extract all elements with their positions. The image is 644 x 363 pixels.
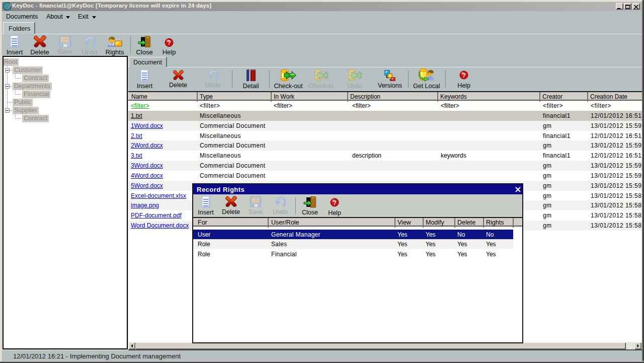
svg-text:?: ? (167, 39, 171, 46)
svg-text:?: ? (333, 199, 337, 206)
svg-text:?: ? (462, 72, 466, 79)
